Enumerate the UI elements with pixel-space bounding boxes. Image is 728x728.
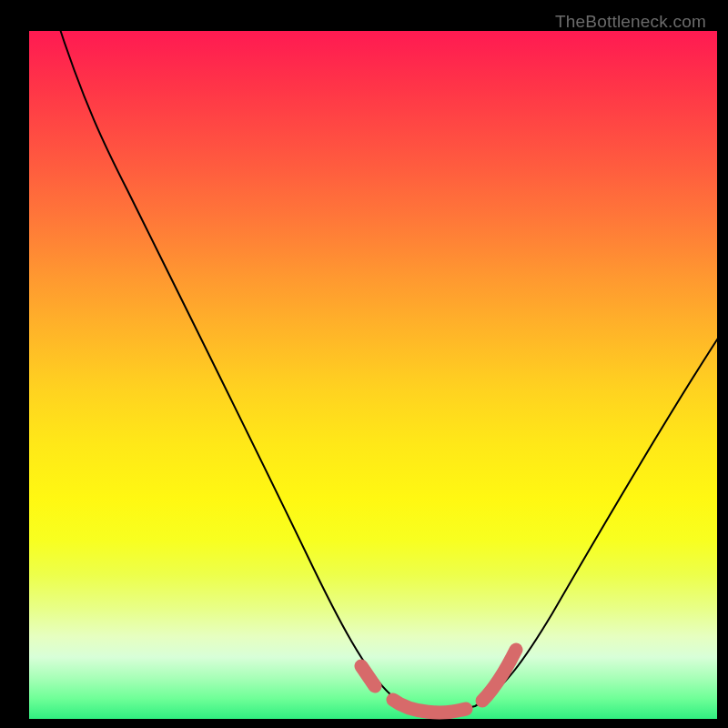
curve-path (55, 13, 723, 711)
attribution-text: TheBottleneck.com (555, 12, 706, 32)
chart-frame: TheBottleneck.com (9, 9, 719, 719)
plot-area (29, 31, 717, 719)
bottleneck-curve (29, 31, 717, 719)
trough-highlight-2 (393, 700, 466, 713)
trough-highlight-1 (361, 666, 375, 686)
